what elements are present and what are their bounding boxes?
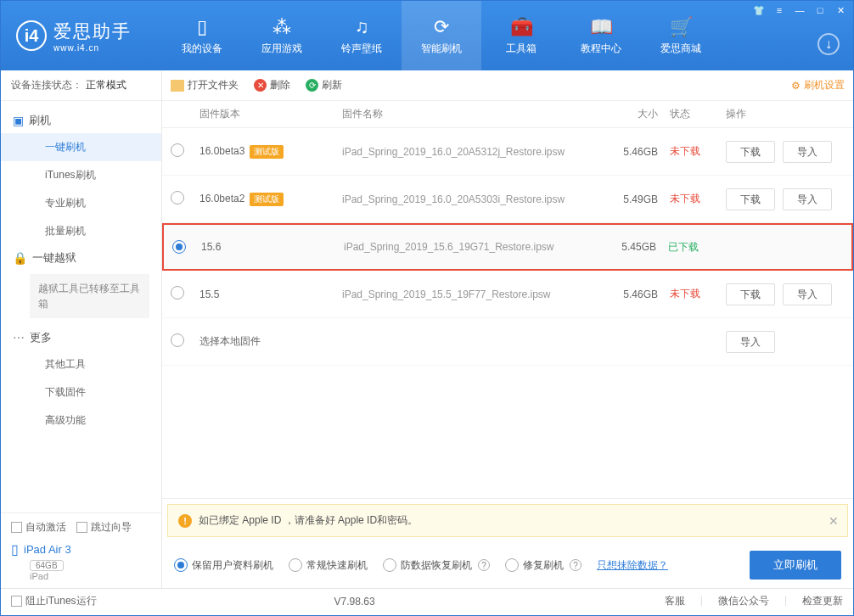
header-size: 大小 [615, 107, 670, 121]
row-radio[interactable] [171, 333, 184, 347]
fw-name: iPad_Spring_2019_16.0_20A5303i_Restore.i… [342, 193, 615, 205]
flash-options: 保留用户资料刷机 常规快速刷机 防数据恢复刷机? 修复刷机? 只想抹除数据？ 立… [162, 542, 853, 588]
logo-area: i4 爱思助手 www.i4.cn [1, 20, 162, 53]
support-link[interactable]: 客服 [665, 594, 685, 608]
menu-button[interactable]: ≡ [770, 3, 789, 18]
opt-recover[interactable]: 防数据恢复刷机? [383, 558, 490, 573]
sidebar-item-advanced[interactable]: 高级功能 [1, 406, 161, 434]
nav-toolbox[interactable]: 🧰工具箱 [481, 1, 561, 70]
fw-size: 5.45GB [614, 241, 668, 253]
nav-ringtones[interactable]: ♫铃声壁纸 [322, 1, 402, 70]
phone-icon: ▯ [197, 16, 207, 38]
refresh-button[interactable]: ⟳刷新 [306, 78, 342, 92]
alert-close-button[interactable]: ✕ [829, 514, 839, 528]
fw-version: 选择本地固件 [199, 335, 261, 347]
header-version: 固件版本 [199, 107, 342, 121]
sidebar-item-download-fw[interactable]: 下载固件 [1, 378, 161, 406]
help-icon[interactable]: ? [570, 559, 582, 571]
bottom-panel: ! 如已绑定 Apple ID ，请准备好 Apple ID和密码。 ✕ 保留用… [162, 498, 853, 588]
sidebar-item-batch[interactable]: 批量刷机 [1, 217, 161, 245]
close-button[interactable]: ✕ [831, 3, 850, 18]
import-button[interactable]: 导入 [783, 283, 832, 305]
block-itunes-checkbox[interactable]: 阻止iTunes运行 [11, 594, 97, 608]
import-button[interactable]: 导入 [783, 188, 832, 210]
sidebar-item-one-click[interactable]: 一键刷机 [1, 133, 161, 161]
flash-icon: ▣ [13, 114, 24, 127]
header-action: 操作 [717, 107, 845, 121]
row-radio[interactable] [171, 143, 184, 157]
download-manager-button[interactable]: ↓ [817, 33, 840, 55]
opt-keep-data[interactable]: 保留用户资料刷机 [174, 558, 273, 573]
row-radio[interactable] [172, 240, 186, 254]
download-button[interactable]: 下载 [726, 188, 775, 210]
beta-badge: 测试版 [250, 145, 284, 159]
delete-button[interactable]: ✕删除 [254, 78, 290, 92]
sidebar-bottom: 自动激活 跳过向导 ▯ iPad Air 3 64GB iPad [1, 512, 161, 588]
cart-icon: 🛒 [670, 16, 693, 38]
footer: 阻止iTunes运行 V7.98.63 客服| 微信公众号| 检查更新 [1, 588, 853, 613]
minimize-button[interactable]: — [790, 3, 809, 18]
refresh-icon: ⟳ [306, 79, 318, 92]
fw-status: 已下载 [668, 241, 699, 253]
nav-apps[interactable]: ⁂应用游戏 [242, 1, 322, 70]
firmware-table-body: 16.0beta3测试版 iPad_Spring_2019_16.0_20A53… [162, 128, 853, 366]
app-header: i4 爱思助手 www.i4.cn ▯我的设备 ⁂应用游戏 ♫铃声壁纸 ⟳智能刷… [1, 1, 853, 70]
firmware-row[interactable]: 15.6 iPad_Spring_2019_15.6_19G71_Restore… [162, 223, 853, 271]
sidebar: 设备连接状态： 正常模式 ▣刷机 一键刷机 iTunes刷机 专业刷机 批量刷机… [1, 70, 162, 588]
download-button[interactable]: 下载 [726, 283, 775, 305]
flash-now-button[interactable]: 立即刷机 [750, 551, 841, 580]
main-content: 打开文件夹 ✕删除 ⟳刷新 ⚙刷机设置 固件版本 固件名称 大小 状态 操作 1… [162, 70, 853, 588]
erase-data-link[interactable]: 只想抹除数据？ [597, 558, 668, 573]
sidebar-item-pro[interactable]: 专业刷机 [1, 189, 161, 217]
firmware-row[interactable]: 选择本地固件 导入 [162, 318, 853, 366]
opt-quick[interactable]: 常规快速刷机 [289, 558, 368, 573]
lock-icon: 🔒 [13, 251, 27, 265]
flash-settings-button[interactable]: ⚙刷机设置 [791, 78, 845, 92]
firmware-row[interactable]: 16.0beta3测试版 iPad_Spring_2019_16.0_20A53… [162, 128, 853, 176]
logo-icon: i4 [16, 20, 47, 51]
open-folder-button[interactable]: 打开文件夹 [171, 78, 239, 92]
help-icon[interactable]: ? [478, 559, 490, 571]
maximize-button[interactable]: □ [811, 3, 829, 18]
sidebar-heading-more[interactable]: ⋯更多 [1, 325, 161, 350]
device-info[interactable]: ▯ iPad Air 3 [11, 541, 151, 557]
app-title: 爱思助手 [53, 20, 132, 43]
download-button[interactable]: 下载 [726, 141, 775, 163]
toolbar: 打开文件夹 ✕删除 ⟳刷新 ⚙刷机设置 [162, 70, 853, 101]
nav-tabs: ▯我的设备 ⁂应用游戏 ♫铃声壁纸 ⟳智能刷机 🧰工具箱 📖教程中心 🛒爱思商城 [162, 1, 721, 70]
beta-badge: 测试版 [250, 193, 284, 206]
nav-my-device[interactable]: ▯我的设备 [162, 1, 242, 70]
row-radio[interactable] [171, 191, 184, 204]
fw-version: 16.0beta3 [199, 145, 244, 157]
import-button[interactable]: 导入 [783, 141, 832, 163]
fw-version: 15.6 [201, 241, 221, 253]
fw-version: 15.5 [199, 288, 219, 300]
jailbreak-notice: 越狱工具已转移至工具箱 [30, 274, 149, 318]
opt-repair[interactable]: 修复刷机? [505, 558, 582, 573]
app-version: V7.98.63 [334, 596, 375, 608]
header-name: 固件名称 [342, 107, 615, 121]
firmware-row[interactable]: 15.5 iPad_Spring_2019_15.5_19F77_Restore… [162, 271, 853, 318]
nav-store[interactable]: 🛒爱思商城 [641, 1, 721, 70]
sidebar-item-other[interactable]: 其他工具 [1, 350, 161, 378]
update-link[interactable]: 检查更新 [802, 594, 843, 608]
sidebar-heading-jailbreak[interactable]: 🔒一键越狱 [1, 245, 161, 271]
connection-status: 设备连接状态： 正常模式 [1, 70, 161, 101]
import-button[interactable]: 导入 [726, 331, 775, 353]
row-radio[interactable] [171, 286, 184, 300]
wechat-link[interactable]: 微信公众号 [718, 594, 769, 608]
window-controls: 👕 ≡ — □ ✕ [750, 3, 850, 18]
sidebar-item-itunes[interactable]: iTunes刷机 [1, 161, 161, 189]
header-status: 状态 [670, 107, 717, 121]
sidebar-heading-flash[interactable]: ▣刷机 [1, 108, 161, 133]
alert-bar: ! 如已绑定 Apple ID ，请准备好 Apple ID和密码。 ✕ [167, 504, 848, 537]
auto-activate-checkbox[interactable]: 自动激活 [11, 520, 66, 535]
skin-button[interactable]: 👕 [750, 3, 768, 18]
fw-size: 5.46GB [615, 288, 670, 300]
nav-tutorials[interactable]: 📖教程中心 [561, 1, 641, 70]
alert-text: 如已绑定 Apple ID ，请准备好 Apple ID和密码。 [199, 513, 418, 528]
skip-wizard-checkbox[interactable]: 跳过向导 [76, 520, 132, 535]
nav-flash[interactable]: ⟳智能刷机 [402, 1, 481, 70]
firmware-row[interactable]: 16.0beta2测试版 iPad_Spring_2019_16.0_20A53… [162, 176, 853, 223]
device-icon: ▯ [11, 541, 19, 557]
